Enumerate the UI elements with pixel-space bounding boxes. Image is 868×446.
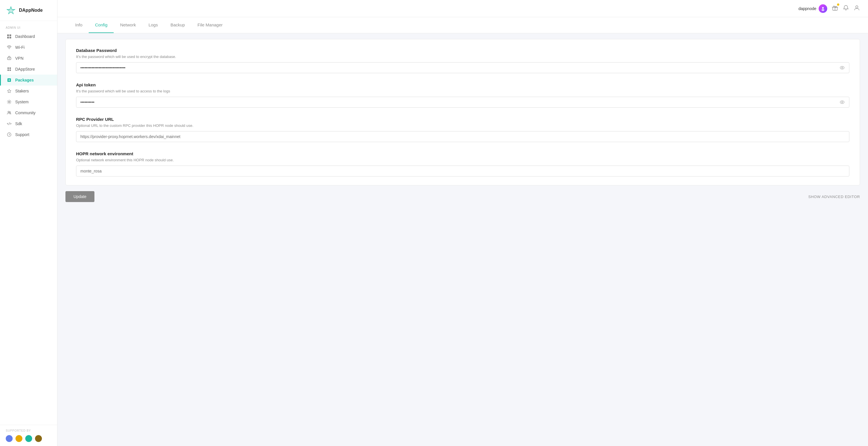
rpc-provider-url-field: RPC Provider URL Optional URL to the cus…: [76, 117, 849, 142]
topbar-user: dappnode: [799, 4, 827, 13]
stakers-icon: [7, 88, 12, 94]
user-icon[interactable]: [854, 5, 860, 12]
svg-rect-2: [7, 34, 9, 36]
sidebar-item-wifi[interactable]: Wi-Fi: [0, 42, 57, 53]
gift-icon[interactable]: [832, 5, 838, 12]
svg-point-15: [9, 101, 10, 103]
dashboard-icon: [7, 34, 12, 39]
sidebar-item-label: Sdk: [15, 121, 22, 126]
svg-point-21: [822, 9, 825, 11]
sidebar-item-vpn[interactable]: VPN: [0, 53, 57, 64]
database-password-desc: It's the password which will be used to …: [76, 55, 849, 59]
sidebar-item-label: System: [15, 100, 29, 104]
packages-icon: [7, 77, 12, 83]
database-password-toggle[interactable]: [838, 64, 846, 71]
svg-rect-12: [9, 69, 11, 71]
api-token-input[interactable]: [76, 97, 849, 107]
sponsor-icon-2: [16, 435, 22, 442]
sidebar-item-community[interactable]: Community: [0, 107, 57, 118]
rpc-provider-url-input-wrapper: [76, 131, 849, 142]
sidebar-item-support[interactable]: Support: [0, 129, 57, 140]
sponsor-icons: [6, 435, 51, 442]
svg-point-17: [9, 112, 11, 113]
sponsor-icon-3: [25, 435, 32, 442]
system-icon: [7, 99, 12, 104]
svg-rect-3: [9, 34, 11, 36]
tabs-bar: Info Config Network Logs Backup File Man…: [57, 17, 868, 33]
support-icon: [7, 132, 12, 137]
sidebar-item-label: Dashboard: [15, 34, 35, 39]
rpc-provider-url-desc: Optional URL to the custom RPC provider …: [76, 123, 849, 128]
hopr-network-env-field: HOPR network environment Optional networ…: [76, 151, 849, 177]
sidebar-item-label: Packages: [15, 78, 34, 83]
logo: DAppNode: [0, 0, 57, 21]
sidebar-item-label: DAppStore: [15, 67, 35, 71]
database-password-label: Database Password: [76, 48, 849, 53]
content-area: Info Config Network Logs Backup File Man…: [57, 17, 868, 446]
sidebar-item-system[interactable]: System: [0, 96, 57, 107]
update-button[interactable]: Update: [65, 191, 94, 202]
api-token-label: Api token: [76, 83, 849, 87]
svg-point-18: [7, 133, 11, 137]
rpc-provider-url-label: RPC Provider URL: [76, 117, 849, 122]
hopr-network-env-desc: Optional network environment this HOPR n…: [76, 158, 849, 162]
api-token-input-wrapper: [76, 97, 849, 107]
api-token-toggle[interactable]: [838, 98, 846, 106]
tab-file-manager[interactable]: File Manager: [191, 17, 229, 33]
username-label: dappnode: [799, 6, 816, 11]
tab-config[interactable]: Config: [89, 17, 114, 33]
sponsor-icon-4: [35, 435, 42, 442]
svg-point-6: [9, 49, 9, 49]
dappstore-icon: [7, 67, 12, 72]
svg-rect-10: [9, 67, 11, 69]
sidebar-item-dappstore[interactable]: DAppStore: [0, 64, 57, 75]
database-password-input[interactable]: [76, 62, 849, 73]
sidebar-bottom: SUPPORTED BY: [0, 425, 57, 446]
sidebar-nav: ADMIN UI Dashboard Wi-Fi VPN DAppStore: [0, 21, 57, 425]
admin-ui-label: ADMIN UI: [0, 21, 57, 31]
sidebar-item-label: Stakers: [15, 89, 29, 93]
svg-point-24: [840, 66, 844, 69]
notification-badge: [837, 3, 839, 6]
bell-icon[interactable]: [843, 5, 849, 12]
form-footer: Update SHOW ADVANCED EDITOR: [65, 191, 860, 202]
sponsor-ethereum-icon: [6, 435, 12, 442]
tab-logs[interactable]: Logs: [142, 17, 164, 33]
svg-rect-9: [7, 67, 9, 69]
rpc-provider-url-input[interactable]: [76, 131, 849, 142]
sidebar-item-label: Community: [15, 110, 36, 115]
tab-network[interactable]: Network: [114, 17, 142, 33]
vpn-icon: [7, 56, 12, 61]
api-token-desc: It's the password which will be used to …: [76, 89, 849, 93]
database-password-field: Database Password It's the password whic…: [76, 48, 849, 73]
hopr-network-env-input[interactable]: [76, 166, 849, 177]
sidebar-item-stakers[interactable]: Stakers: [0, 86, 57, 96]
api-token-field: Api token It's the password which will b…: [76, 83, 849, 107]
tab-info[interactable]: Info: [69, 17, 89, 33]
wifi-icon: [7, 45, 12, 50]
svg-point-23: [856, 6, 858, 8]
sidebar-item-label: VPN: [15, 56, 24, 61]
sidebar-item-sdk[interactable]: Sdk: [0, 118, 57, 129]
topbar: dappnode: [57, 0, 868, 17]
svg-point-26: [840, 101, 844, 104]
sidebar-item-dashboard[interactable]: Dashboard: [0, 31, 57, 42]
sidebar-item-packages[interactable]: Packages: [0, 75, 57, 86]
advanced-editor-link[interactable]: SHOW ADVANCED EDITOR: [808, 195, 860, 199]
hopr-network-env-input-wrapper: [76, 166, 849, 177]
community-icon: [7, 110, 12, 116]
avatar: [818, 4, 827, 13]
sidebar-item-label: Wi-Fi: [15, 45, 25, 50]
sdk-icon: [7, 121, 12, 126]
main-area: dappnode Info Config Network Logs Backup…: [57, 0, 868, 446]
svg-marker-14: [7, 89, 11, 93]
svg-point-8: [9, 58, 10, 59]
hopr-network-env-label: HOPR network environment: [76, 151, 849, 156]
form-section: Database Password It's the password whic…: [65, 39, 860, 185]
logo-text: DAppNode: [19, 8, 43, 13]
svg-rect-4: [7, 37, 9, 38]
svg-rect-11: [7, 69, 9, 71]
tab-backup[interactable]: Backup: [164, 17, 191, 33]
svg-point-25: [842, 67, 843, 68]
supported-by-label: SUPPORTED BY: [6, 429, 51, 432]
